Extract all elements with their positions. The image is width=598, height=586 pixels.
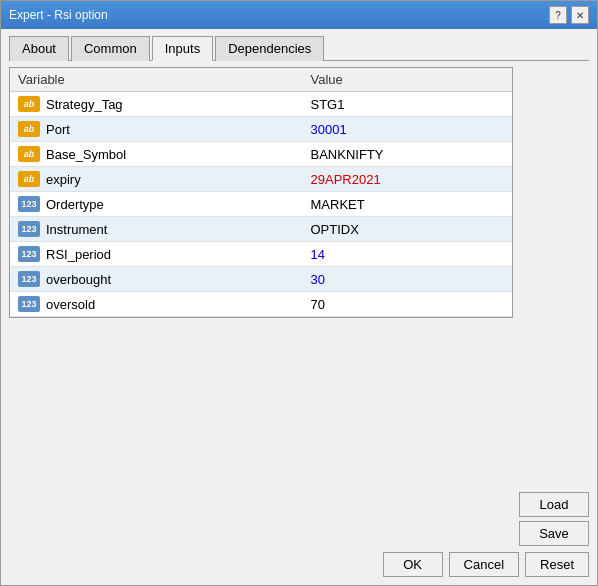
dialog-content: About Common Inputs Dependencies Variabl…: [1, 29, 597, 585]
type-badge: 123: [18, 296, 40, 312]
reset-button[interactable]: Reset: [525, 552, 589, 577]
variable-name: overbought: [46, 272, 111, 287]
variable-cell: abStrategy_Tag: [10, 92, 303, 117]
save-button[interactable]: Save: [519, 521, 589, 546]
title-bar-controls: ? ✕: [549, 6, 589, 24]
type-badge: 123: [18, 271, 40, 287]
value-cell: STG1: [303, 92, 513, 117]
variable-cell: abPort: [10, 117, 303, 142]
variable-name: expiry: [46, 172, 81, 187]
cancel-button[interactable]: Cancel: [449, 552, 519, 577]
table-area: Variable Value abStrategy_TagSTG1abPort3…: [9, 67, 513, 546]
variable-name: Ordertype: [46, 197, 104, 212]
col-variable: Variable: [10, 68, 303, 92]
variable-cell: abBase_Symbol: [10, 142, 303, 167]
tab-about[interactable]: About: [9, 36, 69, 61]
variable-name: Strategy_Tag: [46, 97, 123, 112]
main-area: Variable Value abStrategy_TagSTG1abPort3…: [9, 67, 589, 546]
table-row[interactable]: abPort30001: [10, 117, 512, 142]
type-badge: 123: [18, 246, 40, 262]
title-bar: Expert - Rsi option ? ✕: [1, 1, 597, 29]
load-button[interactable]: Load: [519, 492, 589, 517]
dialog: Expert - Rsi option ? ✕ About Common Inp…: [0, 0, 598, 586]
type-badge: 123: [18, 196, 40, 212]
variable-name: Base_Symbol: [46, 147, 126, 162]
table-row[interactable]: abStrategy_TagSTG1: [10, 92, 512, 117]
table-row[interactable]: abexpiry29APR2021: [10, 167, 512, 192]
variables-table: Variable Value abStrategy_TagSTG1abPort3…: [10, 68, 512, 317]
variable-cell: 123RSI_period: [10, 242, 303, 267]
variable-name: Instrument: [46, 222, 107, 237]
variable-cell: abexpiry: [10, 167, 303, 192]
value-cell: 29APR2021: [303, 167, 513, 192]
value-cell: OPTIDX: [303, 217, 513, 242]
table-row[interactable]: 123oversold70: [10, 292, 512, 317]
value-cell: 30001: [303, 117, 513, 142]
variable-name: RSI_period: [46, 247, 111, 262]
table-row[interactable]: abBase_SymbolBANKNIFTY: [10, 142, 512, 167]
type-badge: ab: [18, 171, 40, 187]
col-value: Value: [303, 68, 513, 92]
value-cell: 14: [303, 242, 513, 267]
table-row[interactable]: 123overbought30: [10, 267, 512, 292]
tab-dependencies[interactable]: Dependencies: [215, 36, 324, 61]
variable-cell: 123overbought: [10, 267, 303, 292]
table-row[interactable]: 123RSI_period14: [10, 242, 512, 267]
ok-button[interactable]: OK: [383, 552, 443, 577]
variable-name: oversold: [46, 297, 95, 312]
table-row[interactable]: 123OrdertypeMARKET: [10, 192, 512, 217]
help-button[interactable]: ?: [549, 6, 567, 24]
value-cell: MARKET: [303, 192, 513, 217]
tab-inputs[interactable]: Inputs: [152, 36, 213, 61]
side-buttons: Load Save: [519, 67, 589, 546]
variable-cell: 123Instrument: [10, 217, 303, 242]
type-badge: ab: [18, 96, 40, 112]
type-badge: ab: [18, 121, 40, 137]
value-cell: BANKNIFTY: [303, 142, 513, 167]
variable-cell: 123Ordertype: [10, 192, 303, 217]
close-button[interactable]: ✕: [571, 6, 589, 24]
table-row[interactable]: 123InstrumentOPTIDX: [10, 217, 512, 242]
type-badge: ab: [18, 146, 40, 162]
tabs: About Common Inputs Dependencies: [9, 35, 589, 61]
variable-cell: 123oversold: [10, 292, 303, 317]
tab-common[interactable]: Common: [71, 36, 150, 61]
table-container: Variable Value abStrategy_TagSTG1abPort3…: [9, 67, 513, 318]
type-badge: 123: [18, 221, 40, 237]
value-cell: 30: [303, 267, 513, 292]
value-cell: 70: [303, 292, 513, 317]
variable-name: Port: [46, 122, 70, 137]
window-title: Expert - Rsi option: [9, 8, 108, 22]
bottom-bar: OK Cancel Reset: [9, 552, 589, 577]
